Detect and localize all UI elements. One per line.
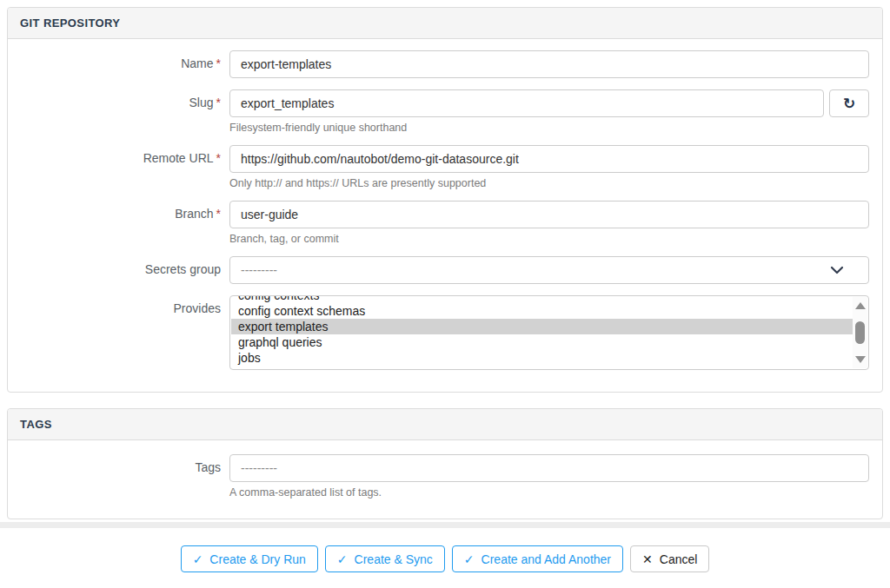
name-input[interactable] — [229, 50, 869, 78]
provides-option-jobs[interactable]: jobs — [231, 350, 853, 366]
git-repository-panel-body: Name* Slug* ↻ File — [8, 39, 882, 383]
create-add-another-button[interactable]: ✓ Create and Add Another — [452, 545, 623, 572]
remote-url-label: Remote URL* — [21, 145, 221, 165]
cancel-button[interactable]: ✕ Cancel — [630, 545, 709, 572]
tags-label: Tags — [21, 454, 221, 474]
close-icon: ✕ — [642, 553, 653, 565]
scroll-down-icon[interactable] — [855, 356, 866, 363]
slug-row: Slug* ↻ Filesystem-friendly unique short… — [21, 89, 869, 134]
secrets-group-selected-value: --------- — [241, 263, 277, 277]
page-divider — [0, 522, 890, 528]
remote-url-row: Remote URL* Only http:// and https:// UR… — [21, 145, 869, 189]
remote-url-help-text: Only http:// and https:// URLs are prese… — [229, 177, 869, 189]
name-row: Name* — [21, 50, 869, 78]
provides-option-config-context-schemas[interactable]: config context schemas — [231, 303, 853, 319]
provides-scrollbar[interactable] — [853, 297, 867, 368]
chevron-down-icon — [830, 266, 844, 274]
required-marker: * — [216, 96, 221, 109]
tags-row: Tags A comma-separated list of tags. — [21, 454, 869, 499]
tags-panel-header: TAGS — [8, 409, 882, 440]
name-label: Name* — [21, 50, 221, 70]
git-repository-form-page: GIT REPOSITORY Name* Slug* — [0, 0, 890, 588]
provides-option-graphql-queries[interactable]: graphql queries — [231, 334, 853, 350]
git-repository-panel: GIT REPOSITORY Name* Slug* — [7, 7, 883, 393]
slug-help-text: Filesystem-friendly unique shorthand — [229, 122, 869, 134]
secrets-group-label: Secrets group — [21, 256, 221, 276]
required-marker: * — [216, 151, 221, 165]
required-marker: * — [216, 56, 221, 70]
branch-label: Branch* — [21, 201, 221, 221]
branch-help-text: Branch, tag, or commit — [229, 233, 869, 245]
git-repository-panel-header: GIT REPOSITORY — [8, 8, 882, 39]
tags-panel-title: TAGS — [20, 418, 52, 431]
secrets-group-select[interactable]: --------- — [229, 256, 869, 284]
scrollbar-thumb[interactable] — [855, 321, 865, 344]
check-icon: ✓ — [337, 553, 348, 565]
create-dry-run-button[interactable]: ✓ Create & Dry Run — [181, 545, 318, 572]
tags-panel-body: Tags A comma-separated list of tags. — [8, 440, 882, 512]
required-marker: * — [216, 207, 221, 221]
provides-row: Provides config contexts config context … — [21, 295, 869, 370]
branch-row: Branch* Branch, tag, or commit — [21, 201, 869, 245]
branch-input[interactable] — [229, 201, 869, 228]
git-repository-panel-title: GIT REPOSITORY — [20, 17, 120, 30]
check-icon: ✓ — [193, 553, 203, 565]
provides-option-export-templates[interactable]: export templates — [231, 319, 853, 334]
remote-url-input[interactable] — [229, 145, 869, 173]
provides-option-config-contexts[interactable]: config contexts — [231, 296, 853, 303]
create-sync-button[interactable]: ✓ Create & Sync — [325, 545, 445, 572]
tags-panel: TAGS Tags A comma-separated list of tags… — [7, 408, 883, 519]
scroll-up-icon[interactable] — [855, 302, 866, 309]
slug-label: Slug* — [21, 89, 221, 109]
provides-label: Provides — [21, 295, 221, 315]
provides-multiselect[interactable]: config contexts config context schemas e… — [229, 295, 869, 370]
tags-input[interactable] — [229, 454, 869, 482]
slug-input[interactable] — [229, 89, 824, 117]
form-actions: ✓ Create & Dry Run ✓ Create & Sync ✓ Cre… — [0, 545, 890, 572]
slug-regenerate-button[interactable]: ↻ — [829, 89, 869, 117]
tags-help-text: A comma-separated list of tags. — [229, 486, 869, 499]
secrets-group-row: Secrets group --------- — [21, 256, 869, 284]
check-icon: ✓ — [464, 553, 475, 565]
refresh-icon: ↻ — [843, 96, 855, 111]
